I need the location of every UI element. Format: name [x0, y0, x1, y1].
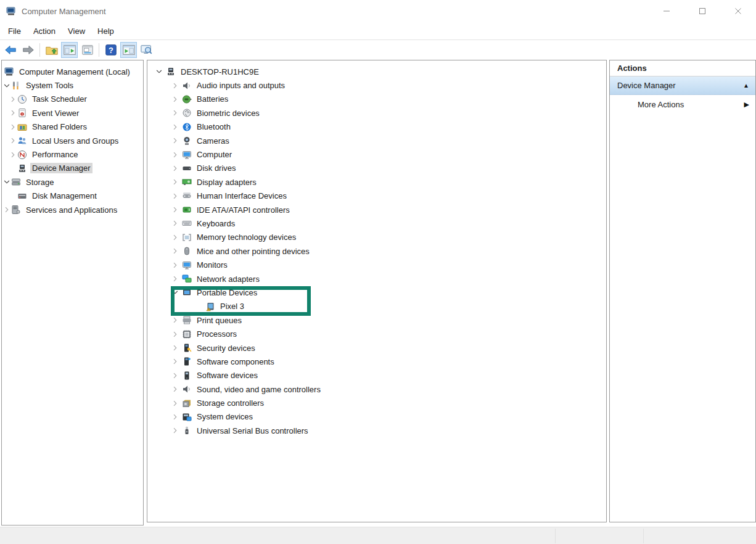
help-button[interactable]: ? — [102, 42, 119, 58]
device-item-processors[interactable]: Processors — [147, 327, 606, 340]
chevron-collapsed-icon[interactable] — [172, 152, 182, 158]
chevron-collapsed-icon[interactable] — [172, 207, 182, 213]
chevron-collapsed-icon[interactable] — [172, 110, 182, 116]
chevron-collapsed-icon[interactable] — [172, 331, 182, 337]
device-item-display-adapters[interactable]: Display adapters — [147, 175, 606, 189]
device-item-portable-devices[interactable]: Portable Devices — [147, 286, 606, 299]
device-item-sound-video-and-game-controllers[interactable]: Sound, video and game controllers — [147, 382, 606, 396]
chevron-collapsed-icon[interactable] — [172, 400, 182, 406]
device-item-memory-technology-devices[interactable]: Memory technology devices — [147, 231, 606, 244]
chevron-collapsed-icon[interactable] — [172, 138, 182, 144]
device-item-disk-drives[interactable]: Disk drives — [147, 162, 606, 175]
chevron-collapsed-icon[interactable] — [172, 193, 182, 199]
collapse-arrow-icon[interactable]: ▲ — [743, 82, 749, 89]
menu-help[interactable]: Help — [91, 24, 120, 38]
scan-computer-button[interactable] — [138, 42, 155, 58]
chevron-collapsed-icon[interactable] — [172, 234, 182, 241]
device-item-software-devices[interactable]: Software devices — [147, 369, 606, 382]
chevron-collapsed-icon[interactable] — [172, 386, 182, 392]
chevron-collapsed-icon[interactable] — [10, 110, 17, 116]
tree-item-label: Shared Folders — [30, 122, 89, 132]
sidebar-item-local-users-and-groups[interactable]: Local Users and Groups — [2, 134, 143, 147]
forward-button[interactable] — [20, 42, 36, 58]
close-button[interactable] — [720, 0, 756, 22]
sidebar-item-performance[interactable]: Performance — [2, 147, 143, 161]
chevron-collapsed-icon[interactable] — [172, 165, 182, 171]
device-item-keyboards[interactable]: Keyboards — [147, 216, 606, 230]
device-item-audio-inputs-and-outputs[interactable]: Audio inputs and outputs — [147, 78, 606, 92]
device-item-pixel-3[interactable]: Pixel 3 — [147, 300, 606, 313]
sidebar-item-services-and-applications[interactable]: Services and Applications — [2, 203, 143, 216]
chevron-collapsed-icon[interactable] — [172, 262, 182, 268]
chevron-collapsed-icon[interactable] — [172, 373, 182, 379]
chevron-expanded-icon[interactable] — [156, 68, 166, 75]
tree-item-label: Bluetooth — [195, 122, 232, 132]
security-icon — [182, 343, 192, 353]
chevron-expanded-icon[interactable] — [4, 83, 11, 89]
device-item-storage-controllers[interactable]: Storage controllers — [147, 396, 606, 410]
actions-group-device-manager[interactable]: Device Manager ▲ — [610, 76, 755, 95]
tree-item-label: Event Viewer — [30, 108, 81, 118]
show-action-pane-button[interactable] — [120, 42, 137, 58]
device-item-ide-ata-atapi-controllers[interactable]: IDE ATA/ATAPI controllers — [147, 203, 606, 216]
device-item-desktop-ru1hc9e[interactable]: DESKTOP-RU1HC9E — [147, 65, 606, 78]
chevron-collapsed-icon[interactable] — [172, 248, 182, 254]
tree-item-label: Disk Management — [30, 191, 99, 201]
chevron-collapsed-icon[interactable] — [172, 358, 182, 365]
sidebar-item-task-scheduler[interactable]: Task Scheduler — [2, 93, 143, 106]
sidebar-item-device-manager[interactable]: Device Manager — [2, 162, 143, 175]
menu-view[interactable]: View — [62, 24, 91, 38]
chevron-collapsed-icon[interactable] — [172, 179, 182, 185]
sidebar-item-event-viewer[interactable]: Event Viewer — [2, 106, 143, 120]
back-button[interactable] — [2, 42, 18, 58]
sidebar-item-disk-management[interactable]: Disk Management — [2, 189, 143, 203]
chevron-collapsed-icon[interactable] — [4, 207, 11, 213]
device-item-human-interface-devices[interactable]: Human Interface Devices — [147, 189, 606, 203]
chevron-collapsed-icon[interactable] — [172, 124, 182, 130]
device-item-software-components[interactable]: Software components — [147, 355, 606, 368]
menu-action[interactable]: Action — [27, 24, 62, 38]
more-actions-item[interactable]: More Actions ▶ — [610, 95, 755, 113]
sidebar-item-system-tools[interactable]: System Tools — [2, 78, 143, 92]
chevron-collapsed-icon[interactable] — [172, 317, 182, 323]
device-item-mice-and-other-pointing-devices[interactable]: Mice and other pointing devices — [147, 244, 606, 258]
chevron-expanded-icon[interactable] — [4, 179, 11, 185]
device-item-print-queues[interactable]: Print queues — [147, 313, 606, 327]
chevron-collapsed-icon[interactable] — [172, 427, 182, 434]
device-item-batteries[interactable]: Batteries — [147, 93, 606, 106]
sidebar-item-computer-management-local[interactable]: Computer Management (Local) — [2, 65, 143, 78]
svg-text:?: ? — [109, 46, 113, 55]
tree-item-label: Universal Serial Bus controllers — [195, 426, 310, 436]
device-item-universal-serial-bus-controllers[interactable]: Universal Serial Bus controllers — [147, 424, 606, 437]
toolbar: ? — [0, 40, 756, 60]
device-item-monitors[interactable]: Monitors — [147, 258, 606, 271]
chevron-collapsed-icon[interactable] — [172, 83, 182, 89]
tree-item-label: Software devices — [195, 370, 260, 381]
chevron-collapsed-icon[interactable] — [172, 345, 182, 351]
device-item-biometric-devices[interactable]: Biometric devices — [147, 106, 606, 120]
device-item-system-devices[interactable]: System devices — [147, 410, 606, 424]
chevron-collapsed-icon[interactable] — [10, 152, 17, 158]
chevron-collapsed-icon[interactable] — [172, 414, 182, 420]
sidebar-item-storage[interactable]: Storage — [2, 175, 143, 189]
folder-up-button[interactable] — [43, 42, 60, 58]
minimize-button[interactable] — [649, 0, 684, 22]
device-item-security-devices[interactable]: Security devices — [147, 341, 606, 355]
submenu-arrow-icon: ▶ — [744, 101, 749, 109]
properties-window-button[interactable] — [79, 42, 96, 58]
maximize-button[interactable] — [684, 0, 720, 22]
chevron-collapsed-icon[interactable] — [10, 138, 17, 144]
chevron-expanded-icon[interactable] — [172, 289, 182, 295]
chevron-collapsed-icon[interactable] — [172, 220, 182, 226]
chevron-collapsed-icon[interactable] — [172, 276, 182, 282]
menu-file[interactable]: File — [2, 24, 27, 38]
chevron-collapsed-icon[interactable] — [10, 124, 17, 130]
chevron-collapsed-icon[interactable] — [172, 96, 182, 102]
show-console-tree-button[interactable] — [61, 42, 78, 58]
device-item-network-adapters[interactable]: Network adapters — [147, 272, 606, 286]
device-item-cameras[interactable]: Cameras — [147, 134, 606, 147]
device-item-computer[interactable]: Computer — [147, 147, 606, 161]
chevron-collapsed-icon[interactable] — [10, 96, 17, 102]
device-item-bluetooth[interactable]: Bluetooth — [147, 120, 606, 134]
sidebar-item-shared-folders[interactable]: Shared Folders — [2, 120, 143, 134]
